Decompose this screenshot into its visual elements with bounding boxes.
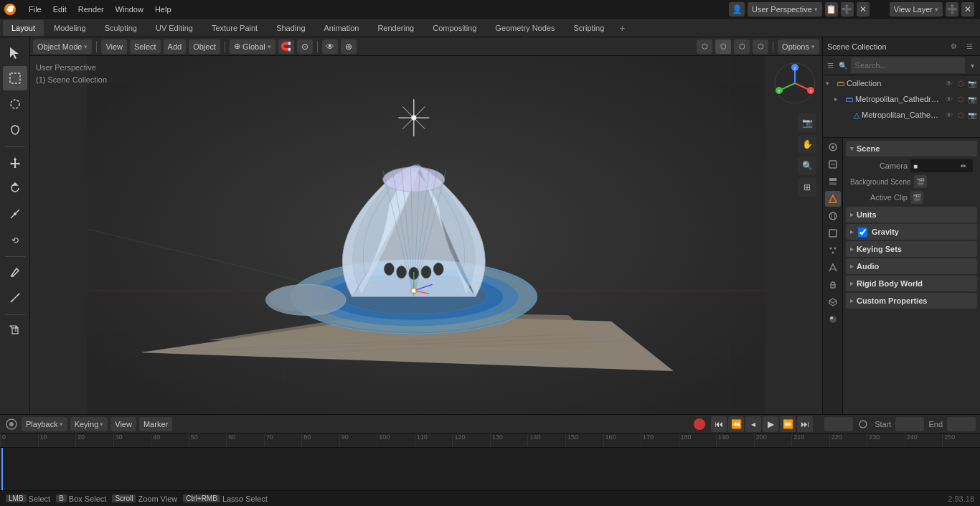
rotate-tool[interactable] xyxy=(3,176,27,200)
prop-tab-world[interactable] xyxy=(825,208,841,224)
zoom-btn[interactable]: 🔍 xyxy=(798,156,816,175)
viewport-object-menu[interactable]: Object xyxy=(189,39,220,54)
proportional-edit[interactable]: ⊙ xyxy=(297,39,313,54)
add-cube-tool[interactable] xyxy=(3,318,27,342)
move-tool[interactable] xyxy=(3,150,27,174)
tab-compositing[interactable]: Compositing xyxy=(424,20,485,36)
view-layer-del[interactable]: ✕ xyxy=(961,2,974,17)
solid-shading[interactable]: ⬡ xyxy=(715,39,731,54)
camera-view-btn[interactable]: 📷 xyxy=(798,113,816,132)
navigation-gizmo[interactable]: Z X Y xyxy=(773,62,816,105)
custom-props-header[interactable]: ▸ Custom Properties xyxy=(846,293,977,309)
outliner-scene-collection[interactable]: ▾ 🗃 Collection 👁 ⬡ 📷 xyxy=(823,75,980,91)
outliner-search-input[interactable] xyxy=(851,57,965,73)
outliner-filter-dropdown[interactable]: ▾ xyxy=(968,59,977,72)
view-layer-dropdown[interactable]: View Layer ▾ xyxy=(890,2,943,17)
menu-help[interactable]: Help xyxy=(149,0,177,19)
menu-file[interactable]: File xyxy=(23,0,47,19)
menu-window[interactable]: Window xyxy=(110,0,149,19)
viewport-3d[interactable]: User Perspective (1) Scene Collection Z … xyxy=(30,56,822,414)
hand-tool-btn[interactable]: ✋ xyxy=(798,135,816,154)
object-mode-dropdown[interactable]: Object Mode ▾ xyxy=(33,39,92,54)
prev-keyframe-btn[interactable]: ⏪ xyxy=(728,416,744,432)
camera-eye-icon[interactable]: ✏ xyxy=(957,159,970,172)
select-tool[interactable] xyxy=(3,66,27,90)
item-1-viewport[interactable]: 👁 xyxy=(944,95,954,103)
select-lasso-tool[interactable] xyxy=(3,118,27,142)
prop-tab-particles[interactable] xyxy=(825,243,841,258)
timeline-content[interactable] xyxy=(0,448,980,490)
tab-animation[interactable]: Animation xyxy=(316,20,368,36)
prop-tab-object[interactable] xyxy=(825,225,841,241)
camera-value[interactable]: ■ ✏ xyxy=(910,159,973,172)
tab-modeling[interactable]: Modeling xyxy=(45,20,95,36)
select-circle-tool[interactable] xyxy=(3,92,27,116)
start-frame-input[interactable]: 1 xyxy=(895,417,924,431)
restrict-select-icon[interactable]: ⬡ xyxy=(956,80,966,88)
prop-tab-material[interactable] xyxy=(825,311,841,327)
end-frame-input[interactable]: 250 xyxy=(947,417,976,431)
overlay-toggle[interactable]: ⊕ xyxy=(341,39,357,54)
quad-view-btn[interactable]: ⊞ xyxy=(798,178,816,197)
tab-geometry-nodes[interactable]: Geometry Nodes xyxy=(486,20,563,36)
play-btn[interactable]: ▶ xyxy=(763,416,778,432)
item-1-select[interactable]: ⬡ xyxy=(956,95,966,103)
prop-tab-data[interactable] xyxy=(825,294,841,310)
menu-edit[interactable]: Edit xyxy=(47,0,72,19)
options-button[interactable]: Options ▾ xyxy=(778,39,819,54)
playback-menu-btn[interactable]: Playback ▾ xyxy=(22,417,67,431)
viewport-add-menu[interactable]: Add xyxy=(164,39,187,54)
item-1-render[interactable]: 📷 xyxy=(967,95,977,103)
view-menu-btn[interactable]: View xyxy=(110,417,136,431)
tab-scripting[interactable]: Scripting xyxy=(565,20,613,36)
prop-tab-constraints[interactable] xyxy=(825,277,841,293)
scene-new-icon[interactable]: ➕ xyxy=(841,2,854,17)
visibility-toggle[interactable]: 👁 xyxy=(322,39,338,54)
play-backward-btn[interactable]: ◂ xyxy=(745,416,761,432)
gravity-section-header[interactable]: ▸ Gravity xyxy=(846,224,977,240)
tab-layout[interactable]: Layout xyxy=(3,20,44,36)
scene-section-header[interactable]: ▾ Scene xyxy=(846,141,977,156)
current-frame-input[interactable]: 1 xyxy=(824,417,853,431)
audio-section-header[interactable]: ▸ Audio xyxy=(846,258,977,274)
menu-render[interactable]: Render xyxy=(72,0,110,19)
restrict-viewport-icon[interactable]: 👁 xyxy=(944,80,954,88)
restrict-render-icon[interactable]: 📷 xyxy=(967,80,977,88)
gravity-checkbox[interactable] xyxy=(858,228,867,237)
blender-logo[interactable] xyxy=(0,0,20,19)
active-clip-icon[interactable]: 🎬 xyxy=(910,191,923,204)
view-layer-new[interactable]: ➕ xyxy=(946,2,958,17)
scene-copy-icon[interactable]: 📋 xyxy=(825,2,838,17)
measure-tool[interactable] xyxy=(3,286,27,310)
marker-menu-btn[interactable]: Marker xyxy=(139,417,172,431)
background-scene-icon[interactable]: 🎬 xyxy=(914,175,927,188)
units-section-header[interactable]: ▸ Units xyxy=(846,207,977,222)
item-2-viewport[interactable]: 👁 xyxy=(944,111,954,119)
prop-tab-output[interactable] xyxy=(825,156,841,172)
prop-tab-view-layer[interactable] xyxy=(825,174,841,189)
scene-selector-icon[interactable]: 👤 xyxy=(729,2,745,17)
prop-tab-render[interactable] xyxy=(825,139,841,155)
item-2-render[interactable]: 📷 xyxy=(967,111,977,119)
snap-toggle[interactable]: 🧲 xyxy=(278,39,294,54)
outliner-list-view[interactable]: ☰ xyxy=(826,59,835,72)
scene-del-icon[interactable]: ✕ xyxy=(857,2,870,17)
keying-menu-btn[interactable]: Keying ▾ xyxy=(70,417,108,431)
scale-tool[interactable] xyxy=(3,202,27,226)
jump-start-btn[interactable]: ⏮ xyxy=(711,416,727,432)
frame-options-btn[interactable] xyxy=(856,417,870,431)
cursor-tool[interactable] xyxy=(3,40,27,65)
rigid-body-header[interactable]: ▸ Rigid Body World xyxy=(846,276,977,291)
tab-shading[interactable]: Shading xyxy=(268,20,314,36)
outliner-item-cathedral-mesh[interactable]: △ Metropolitan_Cathedral_t 👁 ⬡ 📷 xyxy=(823,107,980,123)
prop-tab-scene[interactable] xyxy=(825,191,841,207)
transform-global-dropdown[interactable]: ⊕ Global ▾ xyxy=(230,39,275,54)
transform-tool[interactable]: ⟲ xyxy=(3,228,27,252)
add-workspace-button[interactable]: + xyxy=(614,20,630,36)
material-shading[interactable]: ⬡ xyxy=(734,39,750,54)
outliner-settings-btn[interactable]: ☰ xyxy=(963,40,976,53)
tab-sculpting[interactable]: Sculpting xyxy=(96,20,146,36)
next-keyframe-btn[interactable]: ⏩ xyxy=(780,416,796,432)
wireframe-shading[interactable]: ⬡ xyxy=(697,39,712,54)
tab-uv-editing[interactable]: UV Editing xyxy=(147,20,202,36)
